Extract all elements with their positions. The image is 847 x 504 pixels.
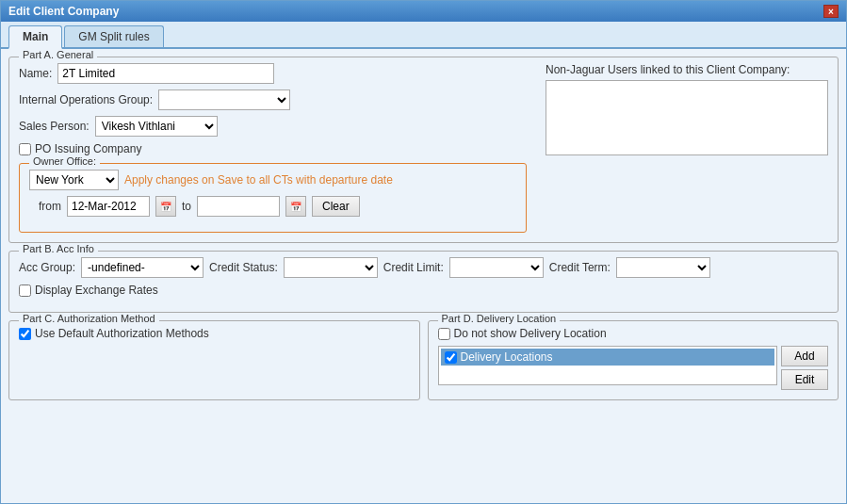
to-label: to xyxy=(182,200,191,213)
exchange-row: Display Exchange Rates xyxy=(19,284,828,297)
name-label: Name: xyxy=(19,67,52,80)
name-input[interactable] xyxy=(57,63,274,84)
iog-row: Internal Operations Group: xyxy=(19,89,527,110)
delivery-item-checkbox[interactable] xyxy=(445,351,457,364)
part-a-legend: Part A. General xyxy=(19,49,97,60)
part-c-fieldset: Part C. Authorization Method Use Default… xyxy=(8,320,420,400)
clear-button[interactable]: Clear xyxy=(312,196,360,217)
edit-client-company-window: Edit Client Company × Main GM Split rule… xyxy=(0,0,847,504)
sales-select[interactable]: Vikesh Vithlani xyxy=(95,116,218,137)
use-default-label: Use Default Authorization Methods xyxy=(35,327,209,340)
bottom-section: Part C. Authorization Method Use Default… xyxy=(8,320,839,408)
owner-office-fieldset: Owner Office: New York Apply changes on … xyxy=(19,163,527,233)
from-date-input[interactable] xyxy=(67,196,150,217)
title-bar: Edit Client Company × xyxy=(1,1,846,22)
credit-term-select[interactable] xyxy=(616,257,710,278)
apply-changes-text: Apply changes on Save to all CTs with de… xyxy=(124,173,393,187)
from-calendar-button[interactable]: 📅 xyxy=(155,196,176,217)
do-not-show-checkbox[interactable] xyxy=(438,328,450,340)
po-label: PO Issuing Company xyxy=(35,142,141,155)
do-not-show-label: Do not show Delivery Location xyxy=(454,327,607,340)
tab-bar: Main GM Split rules xyxy=(1,22,846,49)
to-date-input[interactable] xyxy=(197,196,280,217)
acc-info-row: Acc Group: -undefined- Credit Status: Cr… xyxy=(19,257,828,278)
display-exchange-checkbox[interactable] xyxy=(19,285,31,297)
credit-status-select[interactable] xyxy=(284,257,378,278)
po-checkbox[interactable] xyxy=(19,143,31,155)
credit-status-label: Credit Status: xyxy=(209,261,278,274)
iog-select[interactable] xyxy=(158,89,290,110)
iog-label: Internal Operations Group: xyxy=(19,93,153,106)
non-jaguar-users-box xyxy=(546,80,828,155)
from-label: from xyxy=(39,200,61,213)
owner-office-legend: Owner Office: xyxy=(29,155,100,167)
delivery-item-label: Delivery Locations xyxy=(461,350,553,364)
add-button[interactable]: Add xyxy=(781,346,828,366)
owner-office-select[interactable]: New York xyxy=(29,170,119,190)
credit-limit-select[interactable] xyxy=(449,257,544,278)
display-exchange-label: Display Exchange Rates xyxy=(35,284,158,297)
owner-office-row: New York Apply changes on Save to all CT… xyxy=(29,170,516,190)
part-d-legend: Part D. Delivery Location xyxy=(438,313,561,324)
credit-limit-label: Credit Limit: xyxy=(383,261,444,274)
sales-label: Sales Person: xyxy=(19,120,90,133)
part-a-fieldset: Part A. General Name: Internal Operation… xyxy=(8,57,839,243)
acc-group-label: Acc Group: xyxy=(19,261,75,274)
date-range-row: from 📅 to 📅 Clear xyxy=(29,196,516,217)
part-d-fieldset: Part D. Delivery Location Do not show De… xyxy=(428,320,839,400)
tab-gm-split[interactable]: GM Split rules xyxy=(64,25,163,47)
close-button[interactable]: × xyxy=(823,5,839,18)
delivery-list-item[interactable]: Delivery Locations xyxy=(441,349,775,366)
name-row: Name: xyxy=(19,63,527,84)
non-jaguar-label: Non-Jaguar Users linked to this Client C… xyxy=(546,63,828,76)
window-title: Edit Client Company xyxy=(8,5,119,18)
acc-group-select[interactable]: -undefined- xyxy=(81,257,204,278)
main-content: Part A. General Name: Internal Operation… xyxy=(1,49,846,503)
part-b-fieldset: Part B. Acc Info Acc Group: -undefined- … xyxy=(8,251,839,313)
edit-button[interactable]: Edit xyxy=(781,369,828,390)
part-c-legend: Part C. Authorization Method xyxy=(19,313,159,324)
use-default-checkbox[interactable] xyxy=(19,328,31,340)
part-b-legend: Part B. Acc Info xyxy=(19,243,98,254)
tab-main[interactable]: Main xyxy=(8,25,62,49)
use-default-row: Use Default Authorization Methods xyxy=(19,327,410,340)
sales-row: Sales Person: Vikesh Vithlani xyxy=(19,116,527,137)
do-not-show-row: Do not show Delivery Location xyxy=(438,327,829,340)
to-calendar-button[interactable]: 📅 xyxy=(285,196,306,217)
po-row: PO Issuing Company xyxy=(19,142,527,155)
credit-term-label: Credit Term: xyxy=(549,261,611,274)
